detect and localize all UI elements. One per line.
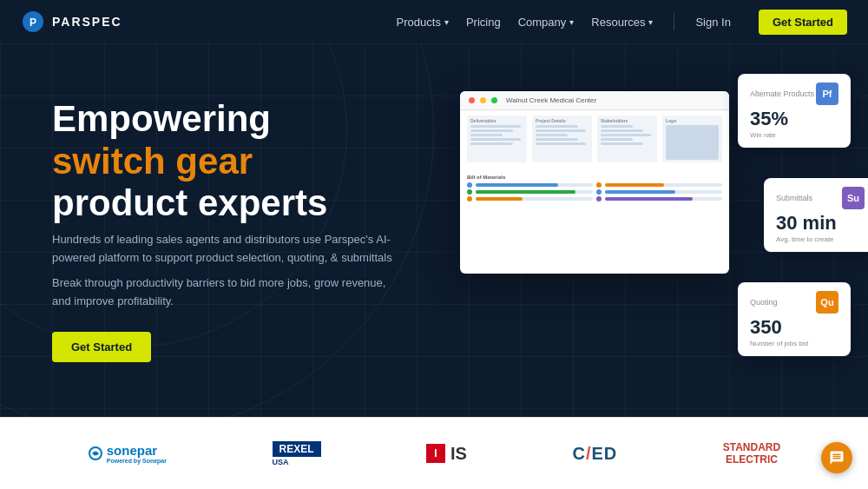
dash-col-headers: Deliverables Project Details	[467, 116, 722, 162]
dash-col-1: Deliverables	[467, 116, 527, 162]
is-text: IS	[450, 444, 467, 464]
progress-3	[467, 196, 722, 202]
dashboard-mockup: Walnut Creek Medical Center Deliverables…	[460, 91, 729, 274]
nav-resources[interactable]: Resources ▾	[591, 16, 653, 29]
progress-2	[467, 189, 722, 195]
dash-dot-green	[491, 97, 497, 103]
stat-alternate-sublabel: Win rate	[750, 131, 838, 139]
dash-col-3: Stakeholders	[597, 116, 657, 162]
logo-area[interactable]: P PARSPEC	[21, 10, 122, 34]
stat-alternate-icon: Pf	[816, 83, 838, 105]
hero-heading: Empowering switch gear product experts	[52, 98, 399, 224]
brand-name: PARSPEC	[52, 15, 122, 29]
progress-1	[467, 182, 722, 188]
rexel-usa: USA	[273, 458, 321, 466]
nav-pricing[interactable]: Pricing	[466, 16, 501, 29]
stat-quoting-label: Quoting	[750, 298, 778, 307]
nav-links: Products ▾ Pricing Company ▾ Resources ▾…	[397, 13, 741, 30]
hero-visual: Walnut Creek Medical Center Deliverables…	[417, 74, 868, 387]
hero-get-started-button[interactable]: Get Started	[52, 332, 151, 362]
partner-is: I IS	[426, 444, 467, 464]
is-red-box: I	[426, 444, 445, 463]
sonepar-name: sonepar	[107, 443, 167, 458]
svg-text:P: P	[30, 17, 36, 29]
chat-button[interactable]	[821, 442, 852, 473]
stat-submittals-label: Submittals	[776, 194, 812, 202]
chevron-down-icon: ▾	[444, 17, 449, 27]
stat-submittals-value: 30 min	[776, 213, 865, 234]
stat-submittals-sublabel: Avg. time to create	[776, 235, 865, 243]
hero-section: Empowering switch gear product experts H…	[0, 43, 868, 417]
chat-icon	[829, 450, 845, 466]
dash-dot-yellow	[480, 97, 486, 103]
stat-quoting-icon: Qu	[816, 291, 838, 314]
dash-header: Walnut Creek Medical Center	[460, 91, 729, 110]
stat-alternate-value: 35%	[750, 109, 838, 129]
partners-strip: sonepar Powered by Sonepar REXEL USA I I…	[0, 417, 868, 489]
dash-dot-red	[469, 97, 475, 103]
chevron-down-icon: ▾	[569, 17, 574, 27]
partner-sonepar: sonepar Powered by Sonepar	[88, 443, 167, 464]
stat-quoting-value: 350	[750, 317, 838, 338]
rexel-box: REXEL	[273, 441, 321, 457]
partner-standard-electric: STANDARDELECTRIC	[723, 441, 780, 466]
partner-rexel: REXEL USA	[273, 441, 321, 466]
dash-col-4: Logo	[662, 116, 722, 162]
hero-description-2: Break through productivity barriers to b…	[52, 274, 399, 311]
navbar: P PARSPEC Products ▾ Pricing Company ▾ R…	[0, 0, 868, 43]
stat-card-submittals: Submittals Su 30 min Avg. time to create	[764, 178, 868, 252]
nav-get-started-button[interactable]: Get Started	[759, 10, 847, 35]
dash-bottom: Bill of Materials	[460, 171, 729, 207]
dash-title: Walnut Creek Medical Center	[506, 96, 596, 104]
std-elec-text: STANDARDELECTRIC	[723, 441, 780, 466]
chevron-down-icon: ▾	[648, 17, 653, 27]
sonepar-sublabel: Powered by Sonepar	[107, 458, 167, 464]
project-logo-placeholder	[666, 125, 719, 160]
stat-card-quoting: Quoting Qu 350 Number of jobs bid	[738, 282, 851, 356]
stat-submittals-icon: Su	[842, 187, 865, 209]
stat-card-alternate: Alternate Products Pf 35% Win rate	[738, 74, 851, 148]
sonepar-icon	[88, 446, 103, 461]
nav-divider	[674, 13, 674, 30]
nav-products[interactable]: Products ▾	[397, 16, 449, 29]
stat-alternate-label: Alternate Products	[750, 89, 814, 98]
parspec-logo-icon: P	[21, 10, 45, 34]
partner-ced: C/ED	[572, 444, 617, 464]
hero-content: Empowering switch gear product experts H…	[0, 98, 451, 361]
hero-description-1: Hundreds of leading sales agents and dis…	[52, 231, 399, 268]
dash-col-2: Project Details	[532, 116, 592, 162]
sign-in-button[interactable]: Sign In	[695, 16, 730, 29]
dash-body: Deliverables Project Details	[460, 110, 729, 171]
nav-company[interactable]: Company ▾	[518, 16, 575, 29]
stat-quoting-sublabel: Number of jobs bid	[750, 340, 838, 347]
